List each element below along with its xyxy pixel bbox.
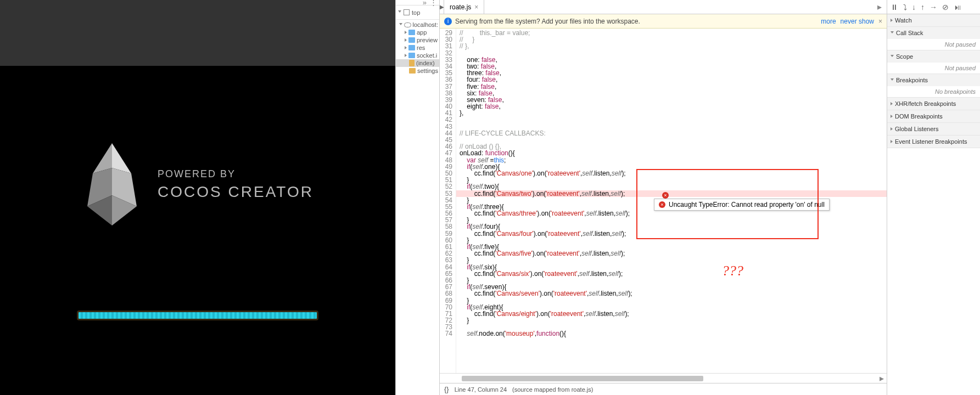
debugger-panel: ⏸ ⤵ ↓ ↑ → ⊘ ⏯ Watch Call StackNot paused… (887, 0, 980, 395)
game-body: POWERED BY COCOS CREATOR (0, 66, 395, 395)
section-xhr-bp[interactable]: XHR/fetch Breakpoints (887, 98, 980, 110)
info-icon: i (444, 18, 452, 25)
source-map-label: (source mapped from roate.js) (512, 386, 593, 393)
info-close-icon[interactable]: × (878, 18, 882, 25)
step-icon[interactable]: → (929, 3, 937, 12)
frame-top[interactable]: top (412, 9, 420, 16)
tree-file-settings[interactable]: settings (396, 67, 439, 75)
powered-by-label: POWERED BY (158, 168, 313, 180)
game-top-bar (0, 0, 395, 66)
editor-tabs: ▶ roate.js× ▸ (440, 0, 887, 14)
section-global-listeners[interactable]: Global Listeners (887, 123, 980, 135)
step-over-icon[interactable]: ⤵ (903, 3, 907, 12)
tab-roate[interactable]: roate.js× (444, 0, 484, 14)
code-editor: ▶ roate.js× ▸ i Serving from the file sy… (440, 0, 887, 395)
info-text: Serving from the file system? Add your f… (455, 18, 640, 25)
close-icon[interactable]: × (474, 3, 478, 11)
game-preview: POWERED BY COCOS CREATOR (0, 0, 395, 395)
cursor-position: Line 47, Column 24 (455, 386, 507, 393)
annotation-qmarks: ??? (722, 263, 743, 279)
step-out-icon[interactable]: ↑ (921, 3, 925, 12)
code-area[interactable]: 2930313233343536373839404142434445464748… (440, 29, 887, 373)
section-breakpoints[interactable]: Breakpoints (887, 74, 980, 86)
cloud-icon (404, 22, 411, 27)
editor-status-bar: {} Line 47, Column 24 (source mapped fro… (440, 383, 887, 395)
tree-file-index[interactable]: (index) (396, 59, 439, 67)
section-watch[interactable]: Watch (887, 14, 980, 26)
devtools: »⋮ top localhost: app preview res socket… (395, 0, 980, 395)
error-tooltip: × Uncaught TypeError: Cannot read proper… (654, 199, 830, 211)
tree-host[interactable]: localhost: (396, 21, 439, 29)
info-more-link[interactable]: more (821, 18, 836, 25)
frame-icon (404, 9, 410, 15)
tree-folder[interactable]: preview (396, 36, 439, 44)
error-icon: × (659, 201, 665, 208)
caret-icon[interactable] (398, 10, 401, 14)
section-event-bp[interactable]: Event Listener Breakpoints (887, 136, 980, 148)
pause-icon[interactable]: ⏸ (891, 3, 898, 12)
horizontal-scrollbar[interactable]: ▸ (440, 373, 887, 383)
sources-panel: »⋮ top localhost: app preview res socket… (396, 0, 440, 395)
pause-exceptions-icon[interactable]: ⏯ (954, 3, 961, 12)
section-dom-bp[interactable]: DOM Breakpoints (887, 110, 980, 122)
cocos-logo-icon (82, 140, 142, 228)
debugger-toolbar: ⏸ ⤵ ↓ ↑ → ⊘ ⏯ (887, 0, 980, 14)
error-marker-icon[interactable]: × (662, 192, 669, 199)
info-never-link[interactable]: never show (841, 18, 874, 25)
tree-folder[interactable]: socket.i (396, 52, 439, 59)
tab-overflow-icon[interactable]: ▸ (872, 0, 887, 14)
loading-progress (77, 311, 318, 320)
tree-folder[interactable]: app (396, 29, 439, 36)
tree-folder[interactable]: res (396, 44, 439, 52)
section-callstack[interactable]: Call Stack (887, 27, 980, 39)
deactivate-bp-icon[interactable]: ⊘ (942, 3, 949, 12)
step-into-icon[interactable]: ↓ (912, 3, 916, 12)
workspace-info-bar: i Serving from the file system? Add your… (440, 14, 887, 29)
cocos-title: COCOS CREATOR (158, 183, 313, 201)
braces-icon[interactable]: {} (444, 385, 449, 393)
tab-list-icon[interactable]: ▶ (440, 0, 444, 14)
section-scope[interactable]: Scope (887, 50, 980, 63)
